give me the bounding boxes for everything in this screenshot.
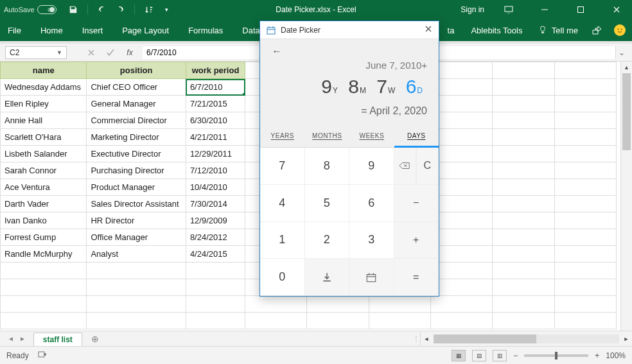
save-icon[interactable] xyxy=(68,4,78,15)
quick-access-toolbar: ▾ xyxy=(68,4,172,15)
chevron-down-icon[interactable]: ▼ xyxy=(57,49,62,56)
cancel-formula-icon[interactable] xyxy=(85,46,98,59)
macro-record-icon[interactable] xyxy=(38,351,47,360)
tab-home[interactable]: Home xyxy=(38,22,66,39)
key-7[interactable]: 7 xyxy=(260,148,305,185)
scroll-right-icon[interactable]: ► xyxy=(620,333,632,345)
share-icon[interactable] xyxy=(592,25,602,35)
redo-icon[interactable] xyxy=(115,4,125,15)
cell-position[interactable]: Chief CEO Officer xyxy=(87,79,186,96)
picker-tab-years[interactable]: YEARS xyxy=(260,126,305,147)
key-3[interactable]: 3 xyxy=(349,222,394,259)
sort-icon[interactable] xyxy=(144,4,154,15)
scroll-up-icon[interactable]: ▲ xyxy=(621,62,632,73)
key-insert-icon[interactable] xyxy=(305,259,350,296)
tab-nav-next-icon[interactable]: ► xyxy=(19,335,26,342)
vertical-scrollbar[interactable]: ▲ ▼ xyxy=(620,62,632,346)
close-icon[interactable] xyxy=(605,3,628,16)
svg-point-3 xyxy=(618,29,619,30)
zoom-slider[interactable] xyxy=(524,354,588,357)
key-1[interactable]: 1 xyxy=(260,222,305,259)
picker-close-icon[interactable] xyxy=(425,25,432,35)
picker-back-icon[interactable]: ← xyxy=(272,46,427,57)
key-equals[interactable]: = xyxy=(394,259,439,296)
picker-tab-months[interactable]: MONTHS xyxy=(305,126,350,147)
scroll-thumb[interactable] xyxy=(622,73,631,150)
picker-unit-tabs: YEARS MONTHS WEEKS DAYS xyxy=(260,126,439,148)
insert-function-icon[interactable]: fx xyxy=(123,46,136,59)
hscroll-thumb[interactable] xyxy=(434,334,536,343)
enter-formula-icon[interactable] xyxy=(104,46,117,59)
new-sheet-icon[interactable]: ⊕ xyxy=(87,331,103,346)
scroll-left-icon[interactable]: ◄ xyxy=(421,333,432,345)
name-box[interactable]: C2 ▼ xyxy=(5,46,67,59)
picker-header: ← June 7, 2010+ 9Y 8M 7W 6D = April 2, 2… xyxy=(260,39,439,126)
signin-link[interactable]: Sign in xyxy=(461,5,484,14)
key-backspace[interactable] xyxy=(394,148,416,185)
col-position[interactable]: position xyxy=(87,62,186,79)
expand-formula-bar-icon[interactable]: ⌄ xyxy=(615,46,627,59)
key-clear[interactable]: C xyxy=(416,148,439,185)
picker-result-date: = April 2, 2020 xyxy=(272,105,427,117)
key-plus[interactable]: + xyxy=(394,222,439,259)
svg-point-6 xyxy=(44,353,46,356)
svg-point-4 xyxy=(621,29,622,30)
calendar-icon xyxy=(267,26,276,35)
zoom-out-icon[interactable]: − xyxy=(513,351,518,360)
key-0[interactable]: 0 xyxy=(260,259,305,296)
tab-nav-prev-icon[interactable]: ◄ xyxy=(8,335,14,342)
cell-name[interactable]: Wednesday Addams xyxy=(1,79,87,96)
tab-insert[interactable]: Insert xyxy=(80,22,106,39)
view-page-break-icon[interactable]: ▥ xyxy=(493,350,507,361)
col-work-period[interactable]: work period xyxy=(186,62,245,79)
tab-nav: ◄ ► xyxy=(0,331,33,346)
picker-titlebar[interactable]: Date Picker xyxy=(260,21,439,39)
key-calendar-icon[interactable] xyxy=(349,259,394,296)
autosave-toggle[interactable]: AutoSave Off xyxy=(4,5,57,14)
autosave-label: AutoSave xyxy=(4,6,35,13)
key-9[interactable]: 9 xyxy=(349,148,394,185)
fill-handle[interactable] xyxy=(243,93,245,96)
svg-point-2 xyxy=(616,26,624,35)
tellme-label: Tell me xyxy=(552,26,578,35)
picker-offset-display: 9Y 8M 7W 6D xyxy=(272,76,427,98)
active-cell[interactable]: 6/7/2010 xyxy=(186,79,245,96)
feedback-smiley-icon[interactable] xyxy=(614,24,626,36)
svg-rect-5 xyxy=(39,352,44,357)
tab-split-handle[interactable]: ⋮ xyxy=(412,331,420,346)
tab-ablebits[interactable]: Ablebits Tools xyxy=(468,22,525,39)
maximize-icon[interactable] xyxy=(569,3,592,16)
key-5[interactable]: 5 xyxy=(305,185,350,222)
tab-file[interactable]: File xyxy=(5,22,24,39)
key-minus[interactable]: − xyxy=(394,185,439,222)
table-row xyxy=(1,313,617,329)
picker-tab-weeks[interactable]: WEEKS xyxy=(349,126,394,147)
key-6[interactable]: 6 xyxy=(349,185,394,222)
tellme[interactable]: Tell me xyxy=(536,22,581,39)
svg-rect-7 xyxy=(267,28,275,34)
key-2[interactable]: 2 xyxy=(305,222,350,259)
picker-tab-days[interactable]: DAYS xyxy=(394,126,439,148)
ribbon-display-options-icon[interactable] xyxy=(497,3,520,16)
tab-formulas[interactable]: Formulas xyxy=(186,22,225,39)
key-4[interactable]: 4 xyxy=(260,185,305,222)
date-picker-panel: Date Picker ← June 7, 2010+ 9Y 8M 7W 6D … xyxy=(259,21,439,297)
minimize-icon[interactable] xyxy=(533,3,556,16)
sheet-tab-staff-list[interactable]: staff list xyxy=(33,333,82,346)
col-name[interactable]: name xyxy=(1,62,87,79)
view-normal-icon[interactable]: ▦ xyxy=(452,350,466,361)
zoom-level[interactable]: 100% xyxy=(606,351,626,360)
titlebar: AutoSave Off ▾ Date Picker.xlsx - Excel … xyxy=(0,0,632,19)
zoom-handle[interactable] xyxy=(555,352,557,360)
ribbon-right: ta Ablebits Tools Tell me xyxy=(445,22,626,39)
horizontal-scrollbar[interactable]: ◄ ► xyxy=(420,331,632,346)
tab-obscured[interactable]: ta xyxy=(445,22,457,39)
tab-page-layout[interactable]: Page Layout xyxy=(119,22,171,39)
qat-customize-icon[interactable]: ▾ xyxy=(162,4,172,15)
zoom-in-icon[interactable]: + xyxy=(595,351,599,360)
key-8[interactable]: 8 xyxy=(305,148,350,185)
view-page-layout-icon[interactable]: ▤ xyxy=(472,350,486,361)
undo-icon[interactable] xyxy=(97,4,107,15)
status-ready: Ready xyxy=(6,351,29,360)
svg-rect-1 xyxy=(578,7,584,13)
